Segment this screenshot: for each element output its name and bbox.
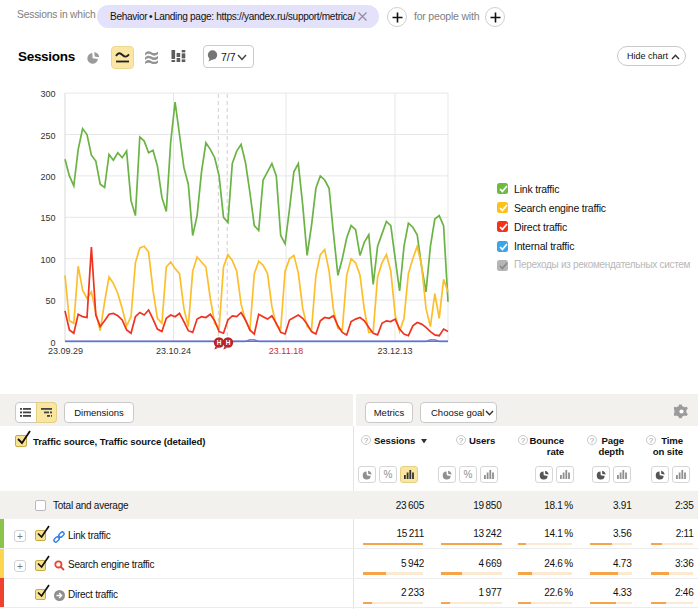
svg-text:H: H (217, 339, 222, 346)
svg-text:150: 150 (40, 213, 55, 223)
svg-text:H: H (226, 339, 231, 346)
svg-text:23.09.29: 23.09.29 (48, 346, 83, 356)
svg-text:23.12.13: 23.12.13 (377, 346, 412, 356)
svg-text:23.11.18: 23.11.18 (269, 346, 303, 356)
svg-text:100: 100 (40, 255, 55, 265)
svg-text:250: 250 (40, 131, 55, 141)
svg-text:300: 300 (40, 89, 55, 99)
svg-text:200: 200 (40, 172, 55, 182)
svg-text:50: 50 (45, 296, 55, 306)
svg-text:23.10.24: 23.10.24 (156, 346, 191, 356)
